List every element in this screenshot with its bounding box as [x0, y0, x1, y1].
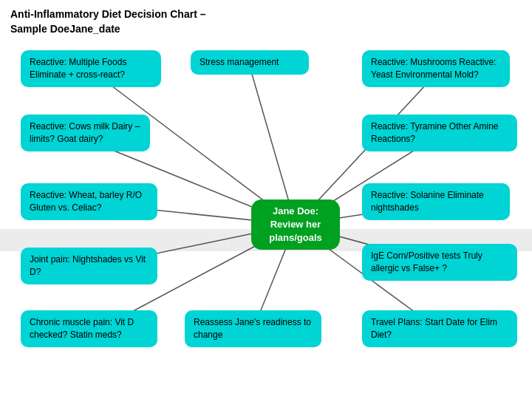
node-n12: Travel Plans: Start Date for Elim Diet? [362, 310, 517, 347]
node-n3: Reactive: Mushrooms Reactive: Yeast Envi… [362, 50, 510, 87]
node-n5: Reactive: Tyramine Other Amine Reactions… [362, 115, 517, 151]
node-n6: Reactive: Wheat, barley R/O Gluten vs. C… [21, 183, 157, 220]
node-n2: Stress management [191, 50, 309, 75]
node-n8: Joint pain: Nightshades vs Vit D? [21, 248, 157, 284]
node-n7: Reactive: Solanine Eliminate nightshades [362, 183, 510, 220]
node-n9: IgE Corn/Positive tests Truly allergic v… [362, 244, 517, 281]
node-n1: Reactive: Multiple Foods Eliminate + cro… [21, 50, 161, 87]
node-n4: Reactive: Cows milk Dairy – limits? Goat… [21, 115, 150, 151]
center-node: Jane Doe: Review her plans/goals [251, 200, 340, 250]
page-title: Anti-Inflammatory Diet Decision Chart – … [10, 7, 206, 36]
node-n10: Chronic muscle pain: Vit D checked? Stat… [21, 310, 157, 347]
node-n11: Reassess Jane's readiness to change [185, 310, 321, 347]
